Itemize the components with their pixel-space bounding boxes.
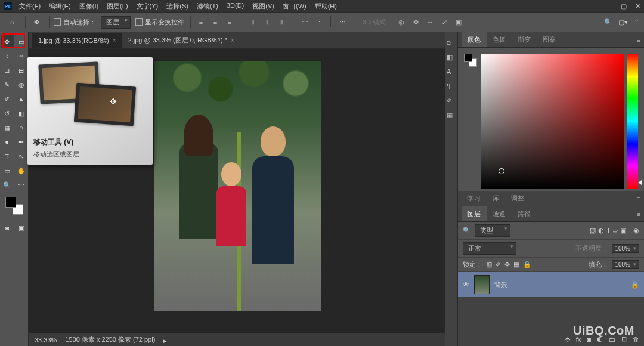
close-icon[interactable]: ✕	[635, 2, 640, 10]
zoom-tool[interactable]: 🔍	[1, 178, 14, 191]
edit-toolbar[interactable]: ⋯	[15, 178, 28, 191]
distribute-h-icon[interactable]: ⋯	[298, 16, 311, 29]
menu-window[interactable]: 窗口(W)	[279, 1, 310, 12]
stamp-tool[interactable]: ▲	[15, 92, 28, 106]
heal-tool[interactable]: ◍	[15, 78, 28, 91]
align-right-icon[interactable]: ≡	[223, 16, 236, 29]
tab-close-icon[interactable]: ×	[113, 37, 116, 44]
align-bot-icon[interactable]: ⫴	[275, 16, 288, 29]
dock-properties-icon[interactable]: ◧	[447, 54, 456, 62]
shape-tool[interactable]: ▭	[1, 164, 14, 177]
blend-mode-select[interactable]: 正常	[463, 242, 516, 255]
lock-trans-icon[interactable]: ▨	[486, 261, 492, 268]
lock-all-icon[interactable]: 🔒	[523, 261, 531, 268]
menu-layer[interactable]: 图层(L)	[103, 1, 131, 12]
layer-name[interactable]: 背景	[494, 280, 507, 289]
filter-smart-icon[interactable]: ▣	[620, 227, 626, 234]
align-center-icon[interactable]: ≡	[209, 16, 222, 29]
menu-help[interactable]: 帮助(H)	[311, 1, 340, 12]
distribute-v-icon[interactable]: ⋮	[312, 16, 326, 29]
document-canvas[interactable]	[154, 61, 321, 311]
lock-paint-icon[interactable]: ✐	[496, 261, 501, 268]
tab-learn[interactable]: 学习	[462, 191, 487, 206]
hand-tool[interactable]: ✋	[15, 164, 28, 177]
lock-art-icon[interactable]: ▦	[513, 261, 519, 268]
wand-tool[interactable]: ✧	[15, 50, 28, 63]
tab-layers[interactable]: 图层	[462, 206, 487, 221]
brush-tool[interactable]: ✐	[1, 92, 14, 106]
blur-tool[interactable]: ○	[15, 121, 28, 134]
panel-menu-icon[interactable]: ≡	[637, 195, 640, 202]
minimize-icon[interactable]: —	[606, 2, 612, 10]
align-mid-icon[interactable]: ⫴	[261, 16, 274, 29]
tab-swatches[interactable]: 色板	[487, 32, 512, 47]
panel-menu-icon[interactable]: ≡	[637, 211, 640, 218]
type-tool[interactable]: T	[1, 150, 14, 163]
pen-tool[interactable]: ✒	[15, 135, 28, 149]
tab-adjustments[interactable]: 调整	[505, 191, 530, 206]
lock-pos-icon[interactable]: ✥	[504, 261, 510, 268]
tab-channels[interactable]: 通道	[487, 206, 512, 221]
show-transform-checkbox[interactable]	[135, 18, 143, 26]
filter-shape-icon[interactable]: ▱	[613, 227, 618, 234]
filter-type-icon[interactable]: T	[606, 227, 611, 234]
menu-type[interactable]: 文字(Y)	[133, 1, 162, 12]
dock-history-icon[interactable]: ⧉	[447, 39, 456, 48]
crop-tool[interactable]: ⊡	[1, 64, 14, 77]
search-icon[interactable]: 🔍	[604, 18, 612, 26]
layer-kind-filter[interactable]: 类型	[475, 224, 510, 237]
mini-swatches[interactable]	[464, 54, 477, 67]
workspace-icon[interactable]: ▢▾	[618, 18, 628, 26]
filter-toggle-icon[interactable]: ◉	[633, 227, 639, 234]
zoom-level[interactable]: 33.33%	[35, 336, 57, 344]
menu-3d[interactable]: 3D(D)	[223, 1, 247, 12]
filter-pixel-icon[interactable]: ▧	[590, 227, 596, 234]
history-tool[interactable]: ↺	[1, 107, 14, 120]
link-layers-icon[interactable]: ⬘	[565, 335, 570, 343]
gradient-tool[interactable]: ▦	[1, 121, 14, 134]
tab-color[interactable]: 颜色	[462, 32, 487, 47]
tab-close-icon[interactable]: ×	[231, 37, 234, 44]
auto-select-dropdown[interactable]: 图层	[101, 16, 131, 29]
eraser-tool[interactable]: ◧	[15, 107, 28, 120]
color-swatches[interactable]	[5, 197, 23, 215]
more-icon[interactable]: ⋯	[336, 16, 349, 29]
layer-item[interactable]: 👁 背景 🔒	[458, 272, 644, 297]
dock-para-icon[interactable]: ¶	[447, 82, 456, 91]
visibility-icon[interactable]: 👁	[463, 281, 469, 288]
hue-slider[interactable]	[627, 54, 638, 189]
fill-input[interactable]: 100%	[612, 260, 639, 269]
menu-edit[interactable]: 编辑(E)	[45, 1, 75, 12]
align-left-icon[interactable]: ≡	[194, 16, 208, 29]
menu-view[interactable]: 视图(V)	[249, 1, 278, 12]
path-tool[interactable]: ↖	[15, 150, 28, 163]
frame-tool[interactable]: ⊞	[15, 64, 28, 77]
tab-patterns[interactable]: 图案	[537, 32, 562, 47]
status-caret-icon[interactable]: ▸	[163, 337, 169, 343]
tab-paths[interactable]: 路径	[512, 206, 537, 221]
doc-dimensions[interactable]: 1500 像素 x 2250 像素 (72 ppi)	[65, 335, 155, 344]
share-icon[interactable]: ⇧	[634, 18, 639, 26]
screenmode-tool[interactable]: ▣	[15, 221, 28, 234]
eyedropper-tool[interactable]: ✎	[1, 78, 14, 91]
dodge-tool[interactable]: ●	[1, 135, 14, 149]
align-top-icon[interactable]: ⫴	[246, 16, 259, 29]
menu-filter[interactable]: 滤镜(T)	[193, 1, 222, 12]
dock-char-icon[interactable]: A	[447, 68, 456, 76]
panel-menu-icon[interactable]: ≡	[637, 36, 640, 44]
tab-libraries[interactable]: 库	[487, 191, 505, 206]
opacity-input[interactable]: 100%	[612, 244, 639, 253]
auto-select-checkbox[interactable]	[54, 18, 61, 26]
menu-select[interactable]: 选择(S)	[163, 1, 192, 12]
tab-doc1[interactable]: 1.jpg @ 33.3%(RGB/8#)×	[32, 33, 122, 48]
dock-swatch-icon[interactable]: ▦	[447, 111, 456, 119]
tab-gradients[interactable]: 渐变	[512, 32, 537, 47]
menu-file[interactable]: 文件(F)	[16, 1, 44, 12]
layer-thumb[interactable]	[474, 275, 490, 294]
menu-image[interactable]: 图像(I)	[76, 1, 102, 12]
tab-doc2[interactable]: 2.jpg @ 33.3% (图层 0, RGB/8#) *×	[122, 32, 240, 48]
lock-icon[interactable]: 🔒	[631, 281, 639, 289]
lasso-tool[interactable]: ⌇	[1, 50, 14, 63]
color-picker-field[interactable]	[481, 54, 624, 189]
dock-brushes-icon[interactable]: ✐	[447, 97, 456, 105]
